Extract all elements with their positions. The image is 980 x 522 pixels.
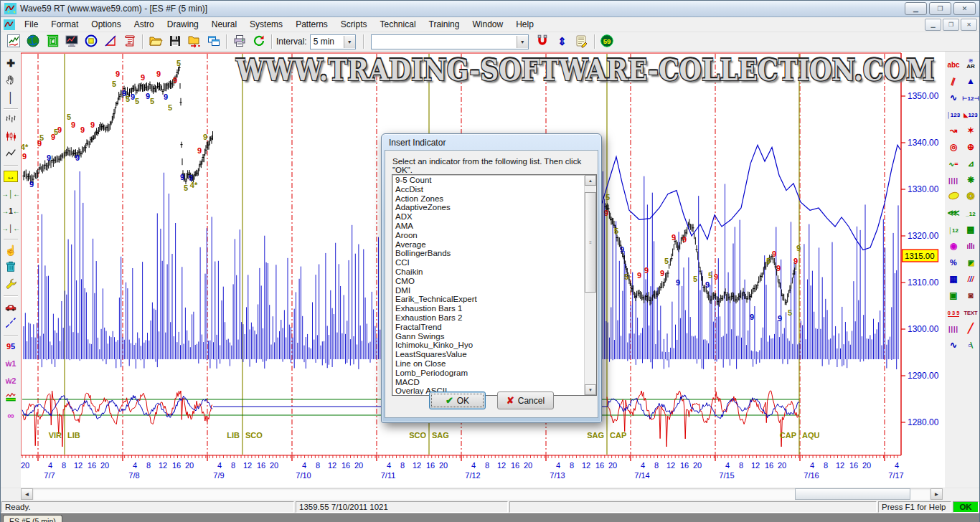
- squeeze-bars-2-button[interactable]: →1←: [2, 202, 19, 219]
- indicator-option[interactable]: CCI: [393, 258, 584, 267]
- percent-tool-button[interactable]: %: [945, 254, 962, 270]
- nested-squares-button[interactable]: ▣: [945, 287, 962, 303]
- wave59-logo-button[interactable]: 59: [598, 33, 617, 51]
- indicator-option[interactable]: Lomb_Periodogram: [393, 369, 584, 378]
- minimize-button[interactable]: ▁: [905, 2, 927, 15]
- menu-neural[interactable]: Neural: [205, 18, 243, 31]
- menu-format[interactable]: Format: [44, 18, 85, 31]
- list-scrollbar[interactable]: ▲ ≡ ▼: [584, 175, 596, 395]
- menu-options[interactable]: Options: [85, 18, 127, 31]
- parallel-lines-button[interactable]: ///: [962, 270, 979, 287]
- retrace-zigzag-button[interactable]: ∿=: [945, 155, 962, 171]
- time-ruler-12-button[interactable]: ⊢12⊣: [962, 89, 979, 105]
- indicator-option[interactable]: Exhaustion Bars 1: [393, 304, 584, 313]
- pattern-flag-button[interactable]: ▣◢: [962, 254, 979, 270]
- candle-style-button[interactable]: [2, 128, 19, 146]
- hatch-square-button[interactable]: ▩: [962, 221, 979, 237]
- order-entry-button[interactable]: [572, 33, 591, 51]
- magnet-snap-button[interactable]: [533, 33, 552, 51]
- angle-count-123-button[interactable]: ◣123: [962, 105, 979, 122]
- count-035-button[interactable]: 0 3 5: [945, 303, 962, 320]
- indicator-listbox[interactable]: 9-5 CountAccDistAction ZonesAdaptiveZone…: [392, 174, 597, 396]
- tab-es-5min[interactable]: ES #F (5 min): [3, 515, 62, 522]
- bar-12-green-button[interactable]: │12: [945, 221, 962, 237]
- line-style-button[interactable]: [2, 146, 19, 163]
- vertical-scale-button[interactable]: ⇕: [552, 33, 572, 51]
- select-pointer-button[interactable]: ☝: [2, 242, 19, 259]
- menu-scripts[interactable]: Scripts: [334, 18, 374, 31]
- auto-drive-button[interactable]: [2, 298, 19, 315]
- ellipse-cross-button[interactable]: ⊕: [962, 138, 979, 155]
- indicator-option[interactable]: MACD: [393, 378, 584, 387]
- astro-wheel-button[interactable]: [81, 33, 100, 51]
- indicator-option[interactable]: AccDist: [393, 185, 584, 194]
- grid-tool-button[interactable]: ▦: [945, 270, 962, 287]
- vert-count-123-button[interactable]: │123: [945, 105, 962, 122]
- restore-button[interactable]: ❐: [929, 2, 951, 15]
- interval-select[interactable]: 5 min ▼: [310, 34, 356, 49]
- bar-style-button[interactable]: [2, 111, 19, 128]
- menu-file[interactable]: File: [18, 18, 44, 31]
- indicator-option[interactable]: 9-5 Count: [393, 176, 584, 185]
- auto-run-button[interactable]: ≋AR: [962, 56, 979, 72]
- indicator-option[interactable]: LeastSquaresValue: [393, 350, 584, 359]
- crosshair-tool-button[interactable]: ✚: [2, 54, 19, 72]
- spectrum-bars-button[interactable]: ıllı: [962, 237, 979, 254]
- planet-ellipse-button[interactable]: [945, 188, 962, 204]
- mdi-minimize-button[interactable]: ▁: [925, 19, 941, 31]
- mdi-restore-button[interactable]: ❐: [943, 19, 959, 31]
- angle-triangle-button[interactable]: ⊿: [962, 155, 979, 171]
- swing-zigzag-button[interactable]: ∿: [945, 89, 962, 105]
- scroll-right-icon[interactable]: ►: [930, 488, 943, 500]
- vert-lines-purple-button[interactable]: ||||: [945, 320, 962, 336]
- menu-astro[interactable]: Astro: [128, 18, 161, 31]
- gann-square-button[interactable]: [42, 33, 62, 51]
- hatch-lines-button[interactable]: ∥: [945, 72, 962, 89]
- script-editor-button[interactable]: [120, 33, 139, 51]
- wave1-tool-button[interactable]: ẇ1: [2, 355, 19, 372]
- cycle-12-line-button[interactable]: _12: [962, 204, 979, 221]
- cancel-button[interactable]: ✘ Cancel: [497, 392, 554, 409]
- pan-hand-button[interactable]: [2, 72, 19, 89]
- print-button[interactable]: [230, 33, 249, 51]
- arrow-up-button[interactable]: ▲: [962, 72, 979, 89]
- neural-monitor-button[interactable]: [62, 33, 81, 51]
- symbol-combobox[interactable]: ▼: [371, 34, 529, 49]
- vertical-cursor-button[interactable]: │: [2, 89, 19, 106]
- indicator-option[interactable]: Aroon: [393, 231, 584, 240]
- trendline-tool-button[interactable]: [2, 315, 19, 333]
- indicator-option[interactable]: AMA: [393, 222, 584, 231]
- indicator-option[interactable]: ADX: [393, 212, 584, 222]
- indicator-option[interactable]: Chaikin: [393, 267, 584, 277]
- ray-fan-green-button[interactable]: ⋘: [945, 204, 962, 221]
- gann-wheel-button[interactable]: ❋: [962, 171, 979, 188]
- menu-window[interactable]: Window: [466, 18, 509, 31]
- menu-systems[interactable]: Systems: [243, 18, 289, 31]
- indicator-option[interactable]: AdaptiveZones: [393, 203, 584, 212]
- cycle-tool-button[interactable]: ∞: [2, 407, 19, 424]
- trend-arrow-button[interactable]: ↝: [945, 122, 962, 138]
- save-file-button[interactable]: [165, 33, 184, 51]
- zodiac-wheel-button[interactable]: ❂: [962, 188, 979, 204]
- count-95-tool-button[interactable]: 95: [2, 338, 19, 355]
- menu-training[interactable]: Training: [423, 18, 466, 31]
- indicator-option[interactable]: Gann Swings: [393, 332, 584, 341]
- drawing-tools-button[interactable]: [100, 33, 120, 51]
- squeeze-bars-3-button[interactable]: →│←: [2, 219, 19, 237]
- time-lines-purple-button[interactable]: ||||: [945, 171, 962, 188]
- gann-fan-button[interactable]: ✶: [962, 122, 979, 138]
- indicator-option[interactable]: Action Zones: [393, 194, 584, 204]
- zigzag-n-button[interactable]: ∿: [945, 336, 962, 353]
- menu-patterns[interactable]: Patterns: [289, 18, 334, 31]
- red-trendline-button[interactable]: ╱: [962, 320, 979, 336]
- menu-help[interactable]: Help: [509, 18, 540, 31]
- indicator-option[interactable]: Line on Close: [393, 359, 584, 369]
- chevron-down-icon[interactable]: ▼: [344, 36, 355, 48]
- menu-technical[interactable]: Technical: [374, 18, 423, 31]
- mdi-close-button[interactable]: ✕: [961, 19, 977, 31]
- horizontal-scrollbar[interactable]: ◄ ►: [1, 488, 979, 500]
- indicator-option[interactable]: BollingerBands: [393, 249, 584, 258]
- wave2-tool-button[interactable]: ẇ2: [2, 372, 19, 389]
- circle-square-button[interactable]: ◙: [962, 287, 979, 303]
- exhaustion-zones-button[interactable]: [2, 389, 19, 407]
